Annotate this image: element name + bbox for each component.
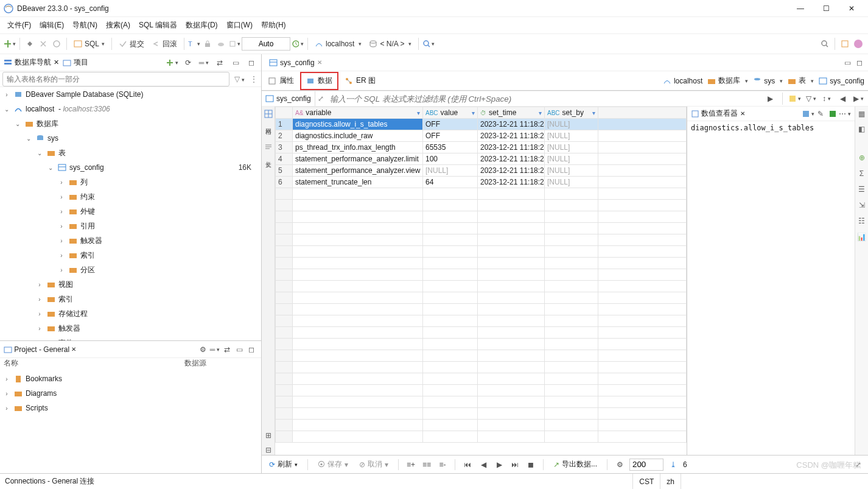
panels-icon[interactable]: ⊟ [264,445,273,455]
tx-button[interactable]: T [188,38,200,50]
proj-max-icon[interactable]: ◻ [245,343,257,356]
tree-sys-config[interactable]: sys_config [69,163,239,172]
tree-indexes[interactable]: 索引 [80,250,255,261]
col-set-time[interactable]: ⏱set_time▾ [478,107,545,119]
text-mode-icon[interactable] [264,142,273,152]
tree-tables[interactable]: 表 [58,148,255,158]
cancel-button[interactable]: ⊘ 取消 ▾ [355,458,392,471]
tree-databases[interactable]: 数据库 [37,119,255,129]
bc-conn[interactable]: localhost [663,77,702,85]
proj-min-icon[interactable]: ▭ [233,343,245,356]
filter-icon[interactable]: ▽ [232,75,247,83]
nav-refresh-icon[interactable]: ⟳ [182,57,194,69]
tree-top-triggers[interactable]: 触发器 [58,323,255,334]
proj-scripts[interactable]: Scripts [26,404,255,412]
group-icon[interactable]: ☰ [857,185,867,194]
value-viewer-content[interactable]: diagnostics.allow_i_s_tables [687,121,855,455]
add-row-icon[interactable]: ≡+ [405,459,417,471]
refresh-button[interactable]: ⟳刷新▾ [265,458,301,471]
tree-columns[interactable]: 列 [80,177,255,188]
first-page-icon[interactable]: ⏮ [461,459,474,471]
table-row[interactable]: 6 statement_truncate_len 64 2023-12-21 1… [276,177,687,188]
tree-views[interactable]: 视图 [58,280,255,290]
settings-icon[interactable]: ⋮ [247,75,261,83]
avatar-icon[interactable] [852,38,864,50]
apply-filter-icon[interactable]: ▶ [764,93,776,105]
nav-new-icon[interactable] [166,57,178,69]
project-panel-tab[interactable]: 项目 [63,57,88,68]
search-button[interactable] [422,38,435,50]
bc-tables[interactable]: 表 [788,76,814,86]
proj-link-icon[interactable]: ⇄ [221,343,233,356]
filter-funnel-icon[interactable]: ▽ [805,93,817,105]
fetch-all-icon[interactable]: ⤓ [667,459,679,471]
refs-icon[interactable]: ⇲ [857,200,867,210]
nav-link-icon[interactable]: ⇄ [214,57,226,69]
tree-events[interactable]: 事件 [58,338,255,341]
del-row-icon[interactable]: ≡- [436,459,449,471]
nav-min-icon[interactable]: ▭ [229,57,242,69]
tree-constraints[interactable]: 约束 [80,192,255,202]
tree-filter-input[interactable] [2,72,229,86]
prev-icon[interactable]: ◀ [836,93,849,105]
sql-filter-input[interactable] [326,92,760,105]
proj-diagrams[interactable]: Diagrams [26,389,255,398]
highlight-icon[interactable] [789,93,801,105]
proj-bookmarks[interactable]: Bookmarks [26,375,255,383]
search-toolbar-icon[interactable] [819,38,831,50]
tree-fk[interactable]: 外键 [80,206,255,217]
table-row[interactable]: 5 statement_performance_analyzer.view [N… [276,165,687,177]
bc-obj[interactable]: sys_config [819,77,864,85]
col-set-by[interactable]: ABCset_by▾ [545,107,598,119]
perspective-icon[interactable] [839,38,851,50]
menu-edit[interactable]: 编辑(E) [36,18,68,32]
tree-triggers[interactable]: 触发器 [80,236,255,246]
sql-source-label[interactable]: sys_config [262,91,315,106]
tree-procs[interactable]: 存储过程 [58,309,255,319]
tree-sample-db[interactable]: DBeaver Sample Database (SQLite) [26,90,255,99]
vp-view-icon[interactable] [802,108,814,120]
menu-sql-editor[interactable]: SQL 编辑器 [135,18,181,32]
table-row[interactable]: 4 statement_performance_analyzer.limit 1… [276,153,687,165]
col-variable[interactable]: A&variable▾ [293,107,423,119]
menu-database[interactable]: 数据库(D) [182,18,222,32]
nav-max-icon[interactable]: ◻ [245,57,257,69]
close-button[interactable]: ✕ [839,0,864,17]
fetch-settings-icon[interactable]: ⚙ [614,459,626,471]
auto-commit-mode[interactable] [242,37,290,51]
menu-help[interactable]: 帮助(H) [257,18,290,32]
plug-icon[interactable] [24,38,36,50]
tree-top-indexes[interactable]: 索引 [58,294,255,304]
menu-window[interactable]: 窗口(W) [223,18,256,32]
vp-edit-icon[interactable]: ✎ [814,108,827,120]
bc-db[interactable]: 数据库 [707,76,748,86]
cloud-icon[interactable] [215,38,227,50]
lock-icon[interactable] [201,38,214,50]
disconnect-icon[interactable] [37,38,49,50]
vp-more-icon[interactable]: ⋯ [839,108,851,120]
prev-page-icon[interactable]: ◀ [477,459,489,471]
nav-collapse-icon[interactable]: ═ [198,57,210,69]
data-grid[interactable]: A&variable▾ ABCvalue▾ ⏱set_time▾ ABCset_… [275,107,687,443]
last-page-icon[interactable]: ⏭ [509,459,521,471]
new-connection-button[interactable] [4,38,16,50]
bc-schema[interactable]: sys [753,77,783,85]
database-tree[interactable]: ›DBeaver Sample Database (SQLite) ⌄local… [0,87,261,340]
commit-button[interactable]: 提交 [116,37,147,51]
tree-partitions[interactable]: 分区 [80,265,255,275]
menu-file[interactable]: 文件(F) [4,18,35,32]
meta-icon[interactable]: ☷ [857,216,867,226]
nav-panel-tab[interactable]: 数据库导航✕ [4,57,59,68]
database-selector[interactable]: < N/A > [366,37,415,51]
tree-conn[interactable]: localhost - localhost:3306 [26,105,255,113]
agg-icon[interactable]: Σ [857,169,867,178]
tx-history-icon[interactable] [228,38,240,50]
maximize-result-icon[interactable]: ⤢ [852,459,864,471]
tree-refs[interactable]: 引用 [80,221,255,231]
next-page-icon[interactable]: ▶ [493,459,505,471]
invalidate-icon[interactable] [51,38,63,50]
panels-toggle-icon[interactable]: ▦ [857,109,867,119]
table-row[interactable]: 2 diagnostics.include_raw OFF 2023-12-21… [276,130,687,142]
export-button[interactable]: ↗导出数据... [550,458,601,471]
table-row[interactable]: 3 ps_thread_trx_info.max_length 65535 20… [276,142,687,153]
